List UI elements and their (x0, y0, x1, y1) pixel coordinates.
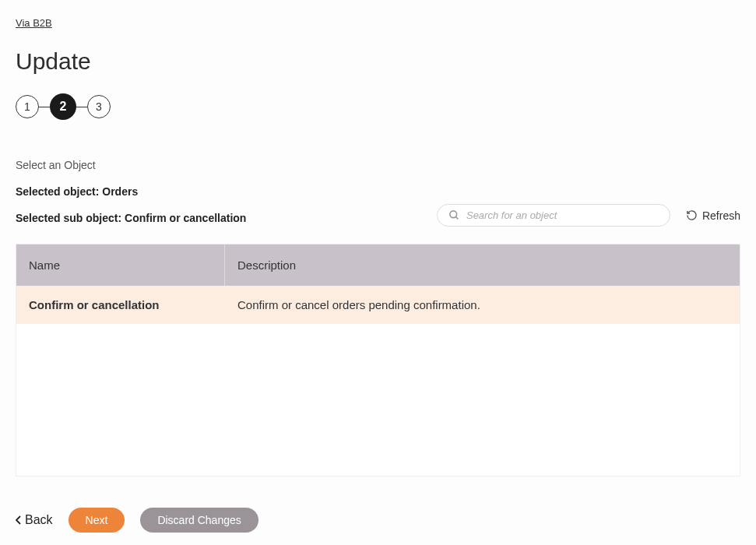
search-field-wrap (437, 204, 670, 227)
selected-object-label: Selected object: Orders (16, 185, 740, 198)
refresh-icon (686, 209, 698, 221)
refresh-button[interactable]: Refresh (686, 209, 740, 222)
step-1[interactable]: 1 (16, 95, 39, 118)
back-button[interactable]: Back (16, 513, 53, 527)
object-table: Name Description Confirm or cancellation… (16, 244, 740, 476)
back-label: Back (25, 513, 53, 527)
th-name: Name (16, 244, 225, 286)
chevron-left-icon (16, 515, 22, 525)
discard-button[interactable]: Discard Changes (140, 508, 258, 533)
step-connector (76, 107, 87, 107)
section-label: Select an Object (16, 159, 740, 171)
step-2[interactable]: 2 (50, 93, 76, 120)
next-button[interactable]: Next (69, 508, 125, 533)
stepper: 1 2 3 (16, 93, 740, 120)
breadcrumb-link[interactable]: Via B2B (16, 17, 52, 29)
table-empty-area (16, 324, 740, 476)
svg-point-0 (450, 211, 457, 218)
svg-line-1 (455, 216, 458, 219)
table-row[interactable]: Confirm or cancellation Confirm or cance… (16, 286, 740, 324)
td-description: Confirm or cancel orders pending confirm… (225, 286, 740, 324)
search-icon (448, 209, 460, 221)
step-3[interactable]: 3 (87, 95, 111, 118)
search-input[interactable] (466, 209, 659, 221)
step-connector (39, 107, 50, 107)
table-header: Name Description (16, 244, 740, 286)
refresh-label: Refresh (702, 209, 740, 222)
page-title: Update (16, 48, 740, 75)
td-name: Confirm or cancellation (16, 286, 225, 324)
th-description: Description (225, 244, 740, 286)
footer: Back Next Discard Changes (16, 508, 740, 533)
